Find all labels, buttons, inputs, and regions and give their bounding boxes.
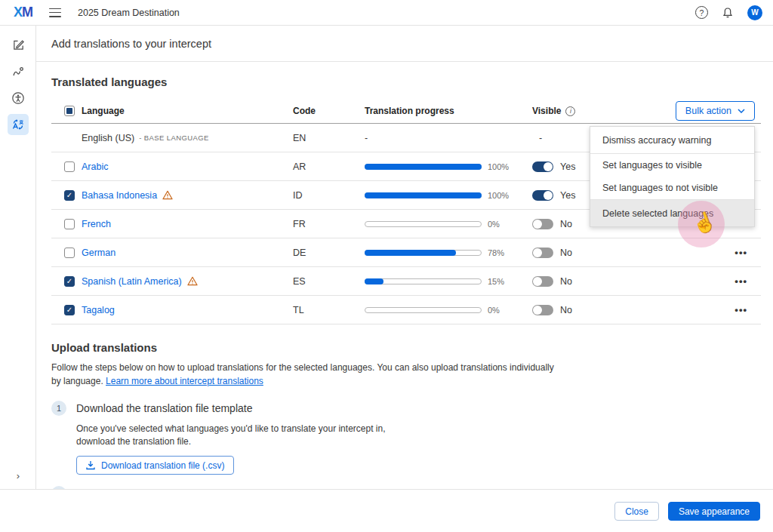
notifications-bell-icon[interactable] [722, 7, 734, 19]
row-checkbox[interactable]: ✓ [64, 276, 75, 287]
language-code: AR [293, 161, 365, 172]
language-link[interactable]: Spanish (Latin America) [82, 276, 182, 287]
table-row: ✓ Spanish (Latin America) ES 15% No ••• [51, 267, 761, 296]
visibility-toggle[interactable] [532, 161, 553, 172]
progress-value: 78% [488, 248, 504, 257]
visibility-label: No [560, 305, 572, 315]
top-bar: XM 2025 Dream Destination ? W [0, 0, 773, 26]
translated-languages-heading: Translated languages [51, 75, 761, 88]
close-button[interactable]: Close [614, 502, 659, 521]
step-1: 1 Download the translation file template [51, 401, 761, 416]
row-menu-button[interactable]: ••• [735, 304, 747, 315]
row-checkbox[interactable]: ✓ [64, 190, 75, 201]
language-code: TL [293, 305, 365, 315]
row-checkbox[interactable]: ✓ [64, 305, 75, 315]
progress-value: 0% [488, 306, 500, 315]
save-appearance-button[interactable]: Save appearance [668, 502, 760, 521]
bulk-menu-item[interactable]: Set languages to visible [590, 154, 754, 177]
panel-header: Add translations to your intercept [36, 26, 773, 62]
main-panel: Add translations to your intercept Trans… [36, 26, 773, 489]
sidebar-item-accessibility[interactable] [0, 85, 36, 111]
progress-bar [365, 278, 482, 284]
visibility-toggle[interactable] [532, 276, 553, 287]
app-window: XM 2025 Dream Destination ? W [0, 0, 773, 532]
bulk-action-button[interactable]: Bulk action [676, 101, 755, 121]
sidebar-item-activity[interactable] [0, 58, 36, 85]
progress-value: 0% [488, 220, 500, 229]
visible-info-icon[interactable]: i [565, 106, 575, 116]
panel-title: Add translations to your intercept [51, 38, 211, 50]
accessibility-icon [11, 91, 25, 105]
row-menu-button[interactable]: ••• [735, 247, 747, 258]
visibility-toggle[interactable] [532, 248, 553, 258]
visibility-toggle[interactable] [532, 190, 553, 201]
progress-bar [365, 221, 482, 227]
table-header-row: Language Code Translation progress Visib… [51, 99, 761, 124]
visibility-label: - [539, 133, 542, 143]
left-sidebar: › [0, 26, 36, 489]
language-link: English (US) [82, 133, 134, 143]
chevron-down-icon [738, 109, 745, 113]
visibility-toggle[interactable] [532, 219, 553, 229]
bulk-menu-item[interactable]: Delete selected languages [590, 199, 754, 226]
table-row: German DE 78% No ••• [51, 238, 761, 267]
sidebar-item-edit[interactable] [0, 32, 36, 58]
column-visible: Visible [532, 106, 561, 116]
bulk-menu-item[interactable]: Set languages to not visible [590, 177, 754, 199]
xm-logo[interactable]: XM [14, 5, 32, 20]
column-code: Code [293, 106, 316, 116]
help-icon[interactable]: ? [695, 6, 708, 19]
language-code: DE [293, 248, 365, 258]
select-all-checkbox[interactable] [64, 106, 75, 116]
table-row: ✓ Tagalog TL 0% No ••• [51, 296, 761, 324]
progress-value: - [365, 133, 368, 143]
bulk-action-menu: Dismiss accuracy warningSet languages to… [590, 126, 755, 227]
language-link[interactable]: Bahasa Indonesia [82, 190, 157, 201]
language-link[interactable]: Tagalog [82, 305, 115, 315]
row-checkbox[interactable] [64, 248, 75, 258]
column-progress: Translation progress [365, 106, 454, 116]
row-menu-button[interactable]: ••• [735, 275, 747, 287]
language-code: FR [293, 219, 365, 229]
visibility-toggle[interactable] [532, 305, 553, 315]
language-code: ES [293, 276, 365, 287]
visibility-label: No [560, 276, 572, 287]
bulk-menu-item[interactable]: Dismiss accuracy warning [590, 127, 754, 154]
accuracy-warning-icon [187, 276, 198, 286]
visibility-label: Yes [560, 190, 575, 201]
row-checkbox[interactable] [64, 161, 75, 172]
row-checkbox[interactable] [64, 219, 75, 229]
column-language: Language [82, 106, 125, 116]
visibility-label: No [560, 219, 572, 229]
language-link[interactable]: Arabic [82, 161, 108, 172]
progress-bar [365, 250, 482, 256]
visibility-label: No [560, 248, 572, 258]
learn-more-link[interactable]: Learn more about intercept translations [106, 376, 263, 386]
sidebar-item-translations[interactable] [0, 111, 36, 137]
download-translation-file-button[interactable]: Download translation file (.csv) [76, 456, 234, 475]
progress-value: 15% [488, 277, 504, 286]
accuracy-warning-icon [162, 190, 173, 200]
hamburger-menu-icon[interactable] [49, 8, 61, 17]
translate-icon [11, 118, 25, 131]
language-code: ID [293, 190, 365, 201]
sidebar-expand-chevron[interactable]: › [0, 470, 36, 481]
download-icon [86, 460, 95, 470]
language-link[interactable]: French [82, 219, 111, 229]
progress-bar [365, 192, 482, 198]
progress-value: 100% [488, 191, 509, 200]
upload-translations-heading: Upload translations [51, 341, 761, 354]
user-avatar[interactable]: W [747, 5, 762, 20]
translations-active-highlight [8, 114, 29, 135]
step-1-description: Once you've selected what languages you'… [76, 423, 761, 448]
step-1-number: 1 [51, 401, 66, 416]
upload-description: Follow the steps below on how to upload … [51, 361, 556, 388]
activity-pulse-icon [11, 65, 25, 78]
language-code: EN [293, 133, 365, 143]
progress-bar [365, 307, 482, 313]
progress-bar [365, 164, 482, 170]
language-link[interactable]: German [82, 248, 115, 258]
progress-value: 100% [488, 162, 509, 171]
step-1-title: Download the translation file template [76, 402, 252, 414]
edit-icon [12, 38, 25, 51]
